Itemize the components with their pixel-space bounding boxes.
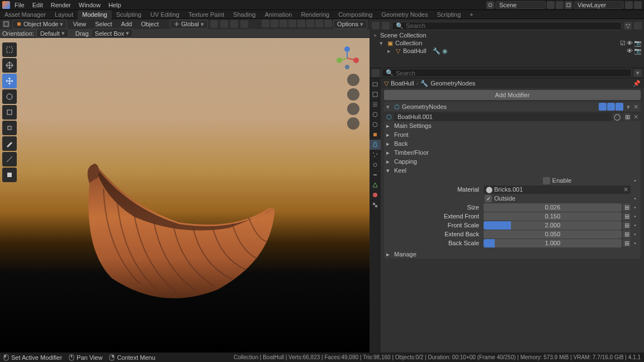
attribute-toggle-icon[interactable]: ⊞ — [623, 221, 631, 229]
material-clear-icon[interactable]: ✕ — [623, 186, 628, 193]
outliner-editor-icon[interactable] — [372, 22, 380, 30]
section-keel[interactable]: ▾Keel — [386, 166, 638, 175]
viewlayer-browse-icon[interactable] — [565, 1, 572, 9]
add-modifier-button[interactable]: Add Modifier — [384, 90, 641, 100]
anim-dot-icon[interactable]: • — [632, 195, 638, 202]
attribute-toggle-icon[interactable]: ⊞ — [623, 239, 631, 247]
anim-dot-icon[interactable]: • — [632, 204, 638, 211]
snap-toggle-icon[interactable] — [220, 20, 228, 28]
ws-tab-layout[interactable]: Layout — [50, 10, 78, 19]
ws-tab-shading[interactable]: Shading — [229, 10, 260, 19]
section-timber-floor[interactable]: ▸Timber/Floor — [386, 148, 638, 157]
tab-viewlayer[interactable] — [370, 99, 381, 109]
snap-target-icon[interactable] — [230, 20, 238, 28]
shading-solid-icon[interactable] — [306, 20, 314, 27]
tab-modifiers[interactable] — [370, 140, 381, 150]
outside-checkbox[interactable] — [485, 195, 492, 202]
tool-select-box[interactable] — [2, 42, 17, 57]
pivot-icon[interactable] — [210, 20, 218, 28]
ws-add-tab[interactable]: + — [465, 10, 477, 19]
overlay-icon[interactable] — [280, 20, 287, 27]
node-group-fake-user-icon[interactable]: ◯ — [613, 113, 621, 121]
gpencil-icon[interactable] — [262, 20, 269, 27]
orientation-value-dropdown[interactable]: Default▾ — [36, 28, 69, 38]
vp-menu-view[interactable]: View — [69, 20, 89, 28]
tab-scene[interactable] — [370, 109, 381, 120]
ws-tab-rendering[interactable]: Rendering — [296, 10, 334, 19]
ws-tab-compositing[interactable]: Compositing — [334, 10, 377, 19]
anim-dot-icon[interactable]: • — [632, 177, 638, 184]
shading-matprev-icon[interactable] — [315, 20, 323, 27]
tab-render[interactable] — [370, 79, 381, 89]
transform-orientation-dropdown[interactable]: Global▾ — [170, 20, 208, 29]
modifier-name[interactable]: GeometryNodes — [402, 103, 447, 110]
mod-show-editmode-icon[interactable] — [599, 103, 607, 111]
tree-collection[interactable]: ▾ ▣ Collection ☑👁📷 — [372, 39, 642, 47]
nav-camera-icon[interactable] — [347, 103, 359, 115]
chevron-right-icon[interactable]: ▸ — [387, 47, 393, 55]
nav-persp-icon[interactable] — [347, 117, 359, 130]
ws-tab-scripting[interactable]: Scripting — [432, 10, 465, 19]
section-front[interactable]: ▸Front — [386, 130, 638, 139]
tool-move[interactable] — [2, 74, 17, 88]
render-toggle-icon[interactable]: 📷 — [634, 40, 642, 47]
viewlayer-name-field[interactable]: ViewLayer — [574, 1, 624, 9]
ws-tab-geonodes[interactable]: Geometry Nodes — [377, 10, 432, 19]
material-field[interactable]: ⬤Bricks.001✕ — [484, 185, 631, 194]
select-mode-dropdown[interactable]: Select Box▾ — [91, 28, 134, 38]
section-capping[interactable]: ▸Capping — [386, 157, 638, 166]
tab-material[interactable] — [370, 190, 381, 200]
ws-tab-animation[interactable]: Animation — [260, 10, 296, 19]
viewport-canvas[interactable] — [0, 38, 370, 353]
mode-dropdown[interactable]: Object Mode▾ — [12, 20, 67, 29]
mod-close-icon[interactable]: ✕ — [633, 103, 638, 111]
scene-name-field[interactable]: Scene — [495, 1, 546, 9]
render-toggle-icon[interactable]: 📷 — [634, 47, 642, 55]
ws-tab-texpaint[interactable]: Texture Paint — [184, 10, 229, 19]
tab-particles[interactable] — [370, 150, 381, 160]
modifier-header[interactable]: ▾ ⬡ GeometryNodes ▾ ✕ — [384, 102, 641, 112]
chevron-down-icon[interactable]: ▾ — [386, 103, 392, 111]
vp-menu-add[interactable]: Add — [118, 20, 136, 28]
enable-checkbox[interactable] — [543, 177, 550, 184]
eye-icon[interactable]: 👁 — [627, 40, 633, 47]
section-back[interactable]: ▸Back — [386, 139, 638, 148]
shading-wire-icon[interactable] — [297, 20, 305, 27]
outliner-search[interactable]: 🔍Search — [392, 22, 622, 30]
ws-tab-modeling[interactable]: Modeling — [78, 10, 112, 19]
tree-scene-collection[interactable]: ▫ Scene Collection — [372, 31, 642, 39]
extend-front-field[interactable]: 0.150 — [484, 212, 622, 221]
properties-editor-icon[interactable] — [372, 69, 380, 77]
boat-mesh[interactable] — [78, 150, 280, 312]
menu-render[interactable]: Render — [48, 1, 74, 9]
mod-show-realtime-icon[interactable] — [607, 103, 615, 111]
anim-dot-icon[interactable]: • — [632, 240, 638, 246]
breadcrumb-object[interactable]: BoatHull — [391, 80, 414, 87]
scene-browse-icon[interactable] — [486, 1, 494, 9]
outliner-display-mode-icon[interactable] — [382, 22, 390, 30]
tab-data[interactable] — [370, 180, 381, 190]
tree-object-boathull[interactable]: ▸ ▽ BoatHull 🔧 ◉ 👁📷 — [372, 47, 642, 55]
node-group-new-icon[interactable]: ⊞ — [623, 113, 631, 121]
navigation-gizmo[interactable] — [335, 46, 359, 70]
attribute-toggle-icon[interactable]: ⊞ — [623, 230, 631, 238]
tab-physics[interactable] — [370, 160, 381, 170]
menu-edit[interactable]: Edit — [29, 1, 46, 9]
attribute-toggle-icon[interactable]: ⊞ — [623, 203, 631, 211]
nav-zoom-icon[interactable] — [347, 74, 359, 86]
section-main-settings[interactable]: ▸Main Settings — [386, 121, 638, 130]
tool-transform[interactable] — [2, 121, 17, 135]
front-scale-field[interactable]: 2.000 — [484, 221, 622, 230]
gizmo-icon[interactable] — [271, 20, 278, 27]
viewlayer-delete-icon[interactable] — [634, 1, 642, 9]
anim-dot-icon[interactable] — [632, 186, 638, 193]
prop-edit-icon[interactable] — [240, 20, 248, 28]
anim-dot-icon[interactable]: • — [632, 231, 638, 237]
shading-render-icon[interactable] — [324, 20, 332, 27]
size-field[interactable]: 0.026 — [484, 203, 622, 212]
tab-output[interactable] — [370, 89, 381, 99]
back-scale-field[interactable]: 1.000 — [484, 239, 622, 247]
viewlayer-new-icon[interactable] — [625, 1, 633, 9]
tool-cursor[interactable] — [2, 58, 17, 73]
chevron-down-icon[interactable]: ▾ — [380, 40, 385, 47]
